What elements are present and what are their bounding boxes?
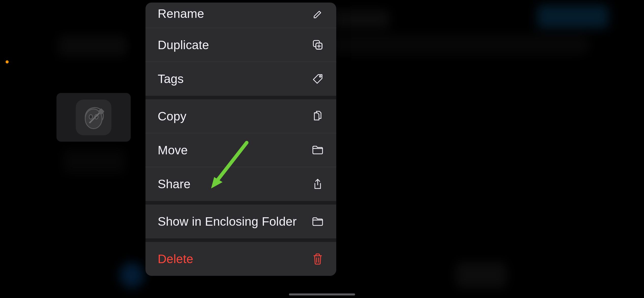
menu-label-delete: Delete	[158, 252, 193, 266]
menu-label-rename: Rename	[158, 7, 204, 21]
duplicate-icon	[311, 38, 324, 51]
menu-item-show-in-enclosing-folder[interactable]: Show in Enclosing Folder	[145, 205, 336, 238]
svg-point-2	[89, 115, 92, 119]
menu-item-rename[interactable]: Rename	[145, 3, 336, 28]
menu-group-separator	[145, 96, 336, 99]
menu-item-copy[interactable]: Copy	[145, 99, 336, 133]
file-thumbnail[interactable]	[56, 93, 131, 142]
menu-group-separator	[145, 238, 336, 242]
trash-icon	[311, 253, 324, 265]
microphone-indicator-dot	[6, 60, 9, 63]
menu-label-duplicate: Duplicate	[158, 38, 209, 52]
menu-item-tags[interactable]: Tags	[145, 62, 336, 96]
home-indicator[interactable]	[289, 293, 355, 295]
menu-item-move[interactable]: Move	[145, 133, 336, 167]
menu-label-move: Move	[158, 143, 188, 157]
menu-label-copy: Copy	[158, 109, 186, 123]
menu-label-share: Share	[158, 177, 191, 191]
folder-icon	[311, 215, 324, 228]
menu-label-tags: Tags	[158, 72, 184, 86]
svg-point-11	[319, 76, 321, 77]
folder-icon	[311, 144, 324, 156]
menu-group-separator	[145, 201, 336, 205]
garageband-icon	[76, 100, 111, 135]
share-icon	[311, 178, 324, 191]
menu-label-show-in-enclosing-folder: Show in Enclosing Folder	[158, 214, 297, 228]
pencil-icon	[311, 8, 324, 21]
menu-item-share[interactable]: Share	[145, 167, 336, 201]
context-menu: Rename Duplicate Tags	[145, 3, 336, 276]
menu-item-delete[interactable]: Delete	[145, 242, 336, 276]
copy-documents-icon	[311, 110, 324, 123]
menu-item-duplicate[interactable]: Duplicate	[145, 28, 336, 62]
tag-icon	[311, 73, 324, 85]
